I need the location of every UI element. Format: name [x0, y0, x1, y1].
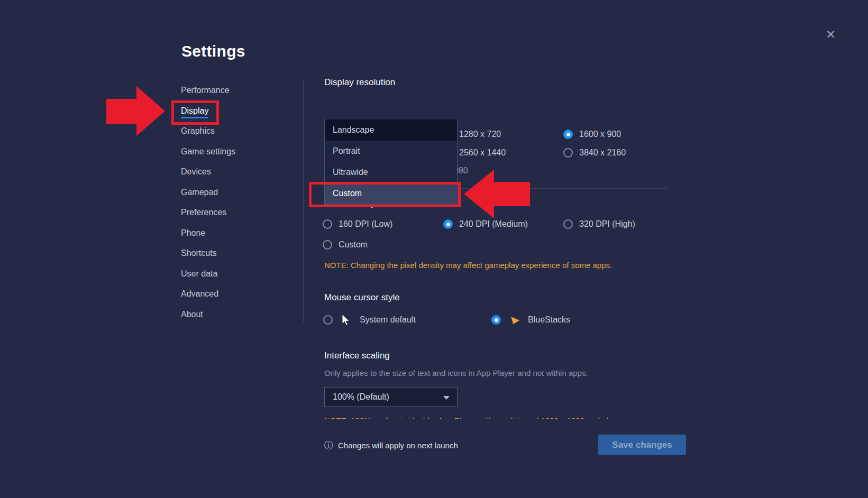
annotation-arrow-left-shaft [494, 182, 530, 206]
sidebar-item-advanced[interactable]: Advanced [181, 288, 235, 300]
interface-scaling-heading: Interface scaling [324, 351, 390, 361]
radio-label: System default [360, 315, 416, 325]
sidebar-item-preferences[interactable]: Preferences [181, 207, 235, 218]
radio-bluestacks-cursor[interactable] [491, 315, 501, 325]
bluestacks-cursor-icon [510, 315, 520, 325]
resolution-option-3840x2160[interactable]: 3840 x 2160 [563, 147, 626, 159]
radio-custom-dpi[interactable] [323, 240, 332, 250]
cursor-option-bluestacks[interactable]: BlueStacks [491, 313, 570, 326]
info-icon: ⓘ [324, 441, 333, 450]
radio-label: 3840 x 2160 [579, 148, 626, 158]
radio-label: 1600 x 900 [579, 130, 621, 139]
apply-info: ⓘ Changes will apply on next launch [324, 441, 458, 450]
sidebar-divider [303, 79, 304, 322]
chevron-down-icon [443, 396, 450, 400]
radio-label: Custom [339, 240, 368, 250]
dpi-option-240[interactable]: 240 DPI (Medium) [443, 218, 528, 230]
mouse-cursor-heading: Mouse cursor style [324, 292, 400, 303]
annotation-arrow-right-head [136, 86, 165, 136]
sidebar-item-devices[interactable]: Devices [181, 166, 235, 178]
interface-scaling-description: Only applies to the size of text and ico… [324, 368, 588, 377]
sidebar-item-user-data[interactable]: User data [181, 268, 235, 280]
annotation-box-display [171, 100, 219, 125]
dropdown-option-ultrawide[interactable]: Ultrawide [325, 162, 457, 183]
clipped-scaling-note: NOTE: 100% scaling is ideal for App Play… [324, 416, 673, 419]
radio-system-cursor[interactable] [323, 315, 333, 325]
resolution-option-1600x900[interactable]: 1600 x 900 [563, 128, 621, 140]
display-resolution-heading: Display resolution [324, 77, 395, 88]
sidebar-item-shortcuts[interactable]: Shortcuts [181, 247, 235, 259]
dropdown-option-portrait[interactable]: Portrait [325, 141, 457, 162]
radio-240dpi[interactable] [443, 219, 453, 229]
close-icon[interactable]: ✕ [826, 29, 836, 41]
radio-label: BlueStacks [528, 315, 570, 325]
sidebar-item-gamepad[interactable]: Gamepad [181, 187, 235, 198]
dpi-option-custom[interactable]: Custom [323, 239, 368, 251]
radio-label: 240 DPI (Medium) [459, 219, 528, 229]
save-changes-button[interactable]: Save changes [598, 435, 686, 455]
radio-320dpi[interactable] [563, 219, 573, 229]
radio-label: 1280 x 720 [459, 130, 501, 139]
interface-scaling-select[interactable]: 100% (Default) [324, 387, 458, 407]
annotation-arrow-right-shaft [106, 99, 137, 124]
system-cursor-icon [341, 314, 351, 326]
sidebar-item-graphics[interactable]: Graphics [181, 125, 235, 137]
page-title: Settings [181, 42, 245, 60]
dropdown-option-landscape[interactable]: Landscape [325, 119, 457, 141]
section-divider [324, 338, 668, 338]
radio-3840x2160[interactable] [563, 148, 573, 158]
radio-1600x900[interactable] [563, 130, 573, 139]
sidebar-item-game-settings[interactable]: Game settings [181, 146, 235, 158]
annotation-box-custom [309, 182, 461, 207]
apply-info-text: Changes will apply on next launch [338, 441, 458, 450]
radio-160dpi[interactable] [323, 219, 332, 229]
sidebar-item-about[interactable]: About [181, 309, 235, 320]
select-value: 100% (Default) [333, 392, 389, 401]
radio-label: 160 DPI (Low) [339, 219, 392, 229]
sidebar-item-phone[interactable]: Phone [181, 227, 235, 239]
radio-label: 320 DPI (High) [579, 219, 635, 229]
dpi-option-160[interactable]: 160 DPI (Low) [323, 218, 392, 230]
cursor-option-system[interactable]: System default [323, 313, 416, 326]
radio-label: 2560 x 1440 [459, 148, 506, 158]
pixel-density-note: NOTE: Changing the pixel density may aff… [324, 261, 612, 270]
dpi-option-320[interactable]: 320 DPI (High) [563, 218, 635, 230]
annotation-arrow-left-head [464, 170, 494, 218]
section-divider [324, 281, 668, 281]
sidebar-item-performance[interactable]: Performance [181, 85, 235, 96]
